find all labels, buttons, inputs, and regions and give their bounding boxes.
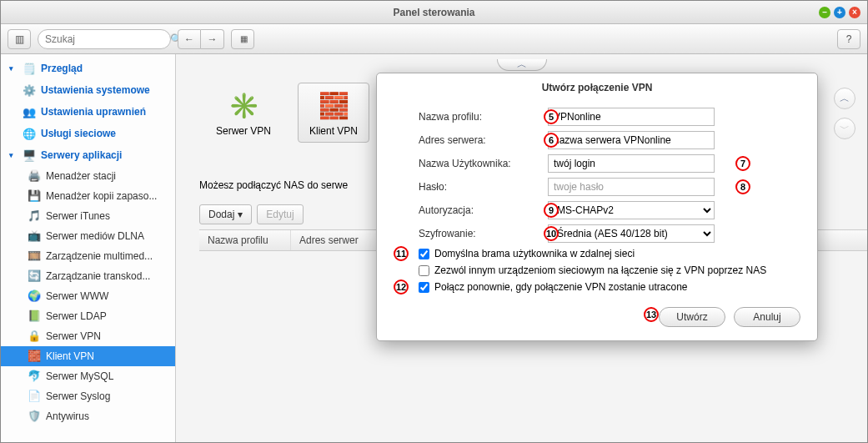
- search-input[interactable]: [45, 33, 170, 45]
- sidebar-net-services[interactable]: 🌐Usługi sieciowe: [1, 123, 175, 144]
- annotation-7: 7: [735, 156, 750, 171]
- sidebar-app-servers[interactable]: ▾🖥️Serwery aplikacji: [1, 144, 175, 166]
- sidebar-item-station-manager[interactable]: 🖨️Menadżer stacji: [1, 166, 175, 186]
- annotation-12: 12: [394, 279, 409, 294]
- annotation-10: 10: [544, 226, 559, 241]
- minimize-button[interactable]: –: [819, 7, 830, 18]
- server-address-input[interactable]: [548, 131, 715, 149]
- expand-handle[interactable]: ︿: [497, 59, 547, 71]
- maximize-button[interactable]: +: [834, 7, 845, 18]
- cancel-button[interactable]: Anuluj: [734, 307, 800, 327]
- password-input[interactable]: [548, 178, 715, 196]
- info-text: Możesz podłączyć NAS do serwe: [199, 179, 348, 191]
- annotation-9: 9: [544, 203, 559, 218]
- sidebar-item-itunes-server[interactable]: 🎵Serwer iTunes: [1, 206, 175, 226]
- annotation-5: 5: [544, 109, 559, 124]
- auth-select[interactable]: MS-CHAPv2: [548, 201, 715, 219]
- vpn-client-icon: 🧱: [317, 88, 350, 122]
- default-gateway-checkbox[interactable]: [419, 249, 429, 259]
- sidebar-item-www-server[interactable]: 🌍Serwer WWW: [1, 286, 175, 306]
- sidebar-item-dlna-server[interactable]: 📺Serwer mediów DLNA: [1, 226, 175, 246]
- forward-button[interactable]: →: [201, 29, 224, 49]
- sidebar-item-multimedia-mgmt[interactable]: 🎞️Zarządzenie multimed...: [1, 246, 175, 266]
- window-controls: – + ×: [819, 7, 860, 18]
- sidebar-item-label: Ustawienia uprawnień: [41, 106, 146, 118]
- scroll-down-button[interactable]: ﹀: [834, 118, 855, 139]
- sidebar-item-label: Ustawienia systemowe: [41, 84, 150, 96]
- sidebar-item-transcode-mgmt[interactable]: 🔄Zarządzanie transkod...: [1, 266, 175, 286]
- col-profile: Nazwa profilu: [199, 230, 291, 250]
- label-profile: Nazwa profilu:: [419, 111, 548, 123]
- annotation-8: 8: [735, 179, 750, 194]
- sidebar-system-settings[interactable]: ⚙️Ustawienia systemowe: [1, 79, 175, 101]
- vpn-server-icon: ✳️: [227, 88, 260, 122]
- reconnect-checkbox[interactable]: [419, 282, 429, 293]
- profile-name-input[interactable]: [548, 108, 715, 126]
- search-box[interactable]: 🔍: [38, 29, 171, 49]
- col-server: Adres serwer: [291, 230, 383, 250]
- toolbar: ▥ 🔍 ← → ▦ ?: [1, 24, 867, 54]
- sidebar-perm-settings[interactable]: 👥Ustawienia uprawnień: [1, 101, 175, 123]
- tab-vpn-client[interactable]: 🧱 Klient VPN: [298, 83, 369, 143]
- sidebar-item-backup-manager[interactable]: 💾Menadżer kopii zapaso...: [1, 186, 175, 206]
- sidebar-item-vpn-server[interactable]: 🔒Serwer VPN: [1, 326, 175, 346]
- sidebar-item-label: Przegląd: [41, 63, 83, 74]
- annotation-6: 6: [544, 133, 559, 148]
- checkbox-label: Połącz ponownie, gdy połączenie VPN zost…: [434, 281, 688, 293]
- sidebar-item-antivirus[interactable]: 🛡️Antywirus: [1, 406, 175, 426]
- window-titlebar: Panel sterowania – + ×: [1, 1, 867, 24]
- chevron-down-icon: ▾: [238, 209, 243, 220]
- edit-button: Edytuj: [257, 204, 303, 224]
- sidebar-item-vpn-client[interactable]: 🧱Klient VPN: [1, 346, 175, 366]
- label-server: Adres serwera:: [419, 134, 548, 146]
- tab-label: Serwer VPN: [216, 125, 271, 137]
- label-pass: Hasło:: [419, 181, 548, 193]
- dialog-title: Utwórz połączenie VPN: [377, 73, 817, 105]
- annotation-13: 13: [644, 307, 659, 322]
- back-button[interactable]: ←: [178, 29, 201, 49]
- sidebar-item-mysql-server[interactable]: 🐬Serwer MySQL: [1, 366, 175, 386]
- apps-grid-button[interactable]: ▦: [231, 29, 254, 49]
- create-vpn-dialog: Utwórz połączenie VPN 5 Nazwa profilu: 6…: [376, 73, 818, 341]
- sidebar-item-label: Usługi sieciowe: [41, 128, 116, 139]
- create-button[interactable]: Utwórz: [659, 307, 725, 327]
- annotation-11: 11: [394, 246, 409, 261]
- allow-others-checkbox[interactable]: [419, 265, 429, 276]
- label-enc: Szyfrowanie:: [419, 228, 548, 239]
- username-input[interactable]: [548, 154, 715, 173]
- tab-label: Klient VPN: [309, 125, 358, 137]
- tab-vpn-server[interactable]: ✳️ Serwer VPN: [208, 83, 279, 143]
- sidebar-overview[interactable]: ▾🗒️Przegląd: [1, 58, 175, 79]
- sidebar-item-label: Serwery aplikacji: [41, 149, 122, 161]
- label-auth: Autoryzacja:: [419, 204, 548, 216]
- checkbox-label: Domyślna brama użytkownika w zdalnej sie…: [434, 248, 635, 259]
- sidebar-item-ldap-server[interactable]: 📗Serwer LDAP: [1, 306, 175, 326]
- add-button[interactable]: Dodaj▾: [199, 204, 252, 224]
- sidebar: ▾🗒️Przegląd ⚙️Ustawienia systemowe 👥Usta…: [1, 54, 176, 442]
- encryption-select[interactable]: Średnia (AES 40/128 bit): [548, 224, 715, 243]
- help-button[interactable]: ?: [837, 29, 860, 49]
- scroll-up-button[interactable]: ︿: [834, 88, 855, 109]
- checkbox-label: Zezwól innym urządzeniom sieciowym na łą…: [434, 264, 766, 276]
- label-user: Nazwa Użytkownika:: [419, 158, 548, 169]
- sidebar-item-syslog-server[interactable]: 📄Serwer Syslog: [1, 386, 175, 406]
- sidebar-toggle-button[interactable]: ▥: [8, 29, 31, 49]
- window-title: Panel sterowania: [1, 7, 867, 18]
- close-button[interactable]: ×: [849, 7, 860, 18]
